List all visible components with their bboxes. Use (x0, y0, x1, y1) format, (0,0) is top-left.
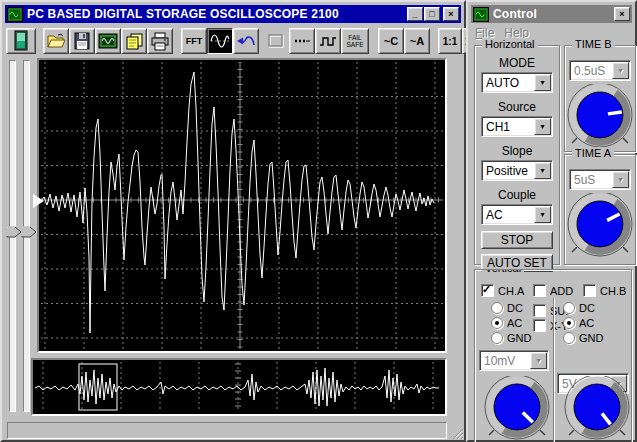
grid-icon (267, 33, 285, 49)
channel-a-trace (41, 72, 434, 333)
cal-c-button[interactable]: ~C (378, 28, 404, 54)
screen-capture-icon (98, 33, 118, 50)
ch-b-dc-radio[interactable]: DC (563, 302, 595, 314)
oscilloscope-window: PC BASED DIGITAL STORAGE OSCILLOSCOPE 21… (0, 0, 466, 442)
copy-notes-button[interactable] (121, 28, 147, 54)
square-wave-icon (318, 33, 338, 49)
dotted-line-icon (293, 34, 311, 48)
floppy-save-icon (73, 32, 91, 50)
slope-label: Slope (502, 144, 533, 158)
ch-a-dc-radio[interactable]: DC (491, 302, 523, 314)
fail-safe-button[interactable]: FAIL SAFE (341, 28, 369, 54)
toolbar: FFT (6, 26, 461, 56)
undo-wave-icon (236, 32, 256, 50)
ch-b-checkbox[interactable]: ✓ CH.B (583, 284, 626, 297)
sine-display-button[interactable] (207, 28, 233, 54)
dotted-line-button[interactable] (289, 28, 315, 54)
notes-icon (125, 32, 144, 50)
mode-select[interactable]: AUTO ▼ (481, 72, 553, 93)
ch-a-gnd-radio[interactable]: GND (491, 332, 531, 344)
minimize-button[interactable]: _ (407, 7, 423, 21)
ch-a-checkbox[interactable]: ✓ CH.A (481, 284, 524, 297)
add-checkbox[interactable]: ✓ ADD (533, 284, 573, 297)
fft-button[interactable]: FFT (181, 28, 207, 54)
open-folder-icon (46, 32, 66, 50)
time-a-group: TIME A 5uS ▼ (564, 154, 636, 265)
time-b-knob-indicator (608, 112, 622, 114)
overview-trace (35, 368, 439, 406)
dropdown-arrow-icon: ▼ (612, 62, 629, 79)
dropdown-arrow-icon[interactable]: ▼ (534, 74, 551, 91)
app-icon (7, 7, 23, 22)
control-titlebar[interactable]: Control × (471, 5, 632, 23)
ch-b-ac-radio[interactable]: AC (563, 317, 594, 329)
time-b-knob[interactable] (564, 84, 636, 150)
undo-wave-button[interactable] (233, 28, 259, 54)
record-overview-display (31, 358, 447, 416)
dropdown-arrow-icon: ▼ (530, 352, 547, 369)
ch-a-ac-radio[interactable]: AC (491, 317, 522, 329)
printer-icon (150, 32, 170, 51)
slope-select[interactable]: Positive ▼ (481, 160, 553, 181)
control-app-icon (473, 7, 489, 22)
time-b-group-label: TIME B (572, 38, 615, 50)
control-window-title: Control (493, 7, 537, 21)
window-title: PC BASED DIGITAL STORAGE OSCILLOSCOPE 21… (27, 7, 339, 21)
resize-grip[interactable] (450, 426, 464, 440)
dropdown-arrow-icon: ▼ (612, 171, 629, 188)
channel-divider (553, 298, 554, 442)
horizontal-group: Horizontal MODE AUTO ▼ Source CH1 ▼ Slop… (474, 45, 560, 265)
record-overview-plot (35, 362, 443, 412)
close-button[interactable]: × (443, 7, 459, 21)
time-b-select[interactable]: 0.5uS ▼ (569, 60, 631, 81)
control-window: Control × File Help Horizontal MODE AUTO… (466, 0, 637, 442)
print-button[interactable] (147, 28, 173, 54)
ch-a-range-select[interactable]: 10mV ▼ (479, 350, 549, 371)
capture-display-button[interactable] (95, 28, 121, 54)
main-waveform-display (37, 58, 447, 353)
vertical-group-label: Vertical (482, 269, 524, 274)
dropdown-arrow-icon[interactable]: ▼ (534, 118, 551, 135)
ch-a-gain-knob[interactable] (481, 376, 553, 442)
time-a-knob[interactable] (564, 193, 636, 259)
status-bar (7, 422, 447, 439)
ch-b-gnd-radio[interactable]: GND (563, 332, 603, 344)
mode-label: MODE (499, 56, 535, 70)
open-file-button[interactable] (43, 28, 69, 54)
main-waveform-plot (41, 62, 443, 349)
stop-button[interactable]: STOP (481, 231, 553, 249)
time-a-select[interactable]: 5uS ▼ (569, 169, 631, 190)
dropdown-arrow-icon[interactable]: ▼ (534, 206, 551, 223)
time-b-group: TIME B 0.5uS ▼ (564, 45, 636, 152)
exit-button[interactable] (6, 28, 36, 54)
square-wave-button[interactable] (315, 28, 341, 54)
dropdown-arrow-icon[interactable]: ▼ (534, 162, 551, 179)
time-a-group-label: TIME A (572, 147, 614, 159)
source-select[interactable]: CH1 ▼ (481, 116, 553, 137)
probe-1-1-button[interactable]: 1:1 (438, 28, 462, 54)
main-titlebar[interactable]: PC BASED DIGITAL STORAGE OSCILLOSCOPE 21… (5, 5, 461, 23)
ch-b-gain-knob[interactable] (561, 376, 632, 442)
trigger-level-marker[interactable] (33, 194, 44, 208)
sine-wave-icon (210, 32, 230, 50)
couple-label: Couple (498, 188, 536, 202)
control-close-button[interactable]: × (614, 7, 630, 21)
cal-a-button[interactable]: ~A (404, 28, 430, 54)
vertical-group: Vertical ✓ CH.A ✓ ADD ✓ CH.B DC AC GND ✓… (474, 269, 632, 442)
save-button[interactable] (69, 28, 95, 54)
ch-b-position-thumb[interactable] (21, 226, 37, 238)
ch-a-position-thumb[interactable] (6, 226, 22, 238)
exit-icon (11, 30, 31, 52)
couple-select[interactable]: AC ▼ (481, 204, 553, 225)
horizontal-group-label: Horizontal (482, 38, 538, 50)
grid-toggle-button[interactable] (263, 28, 289, 54)
maximize-button[interactable]: □ (424, 7, 440, 21)
source-label: Source (498, 100, 536, 114)
